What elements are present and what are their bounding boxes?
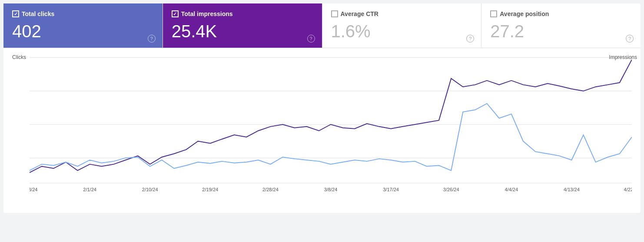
- metrics-row: Total clicks 402 ? Total impressions 25.…: [3, 3, 641, 48]
- help-icon-clicks[interactable]: ?: [148, 35, 156, 43]
- metric-total-clicks[interactable]: Total clicks 402 ?: [3, 3, 163, 48]
- svg-text:4/22/24: 4/22/24: [624, 187, 632, 193]
- metric-average-position[interactable]: Average position 27.2 ?: [481, 3, 641, 48]
- help-icon-impressions[interactable]: ?: [307, 35, 315, 43]
- value-average-position: 27.2: [490, 22, 632, 41]
- checkbox-average-position[interactable]: [490, 10, 497, 17]
- svg-text:2/19/24: 2/19/24: [202, 187, 218, 193]
- metric-average-ctr[interactable]: Average CTR 1.6% ?: [322, 3, 482, 48]
- label-average-ctr: Average CTR: [341, 10, 378, 17]
- chart-area: Clicks Impressions 24 16 8 0 750 500 250…: [3, 48, 641, 213]
- svg-text:2/28/24: 2/28/24: [262, 187, 279, 193]
- label-average-position: Average position: [500, 10, 549, 17]
- svg-text:3/8/24: 3/8/24: [324, 187, 338, 193]
- svg-text:2/10/24: 2/10/24: [142, 187, 158, 193]
- svg-text:2/1/24: 2/1/24: [83, 187, 96, 193]
- main-container: Total clicks 402 ? Total impressions 25.…: [3, 3, 641, 213]
- chart-svg: 24 16 8 0 750 500 250 0 1/23/24 2/1/24 2…: [30, 53, 632, 196]
- svg-text:3/17/24: 3/17/24: [383, 187, 399, 193]
- help-icon-position[interactable]: ?: [626, 35, 634, 43]
- svg-text:4/13/24: 4/13/24: [564, 187, 580, 193]
- checkbox-total-impressions[interactable]: [172, 10, 179, 17]
- right-axis-label: Impressions: [609, 54, 637, 60]
- label-total-impressions: Total impressions: [181, 10, 233, 17]
- svg-text:1/23/24: 1/23/24: [30, 187, 37, 193]
- help-icon-ctr[interactable]: ?: [466, 35, 474, 43]
- metric-total-impressions[interactable]: Total impressions 25.4K ?: [163, 3, 322, 48]
- label-total-clicks: Total clicks: [22, 10, 54, 17]
- svg-text:3/26/24: 3/26/24: [443, 187, 459, 193]
- svg-text:4/4/24: 4/4/24: [505, 187, 518, 193]
- value-total-clicks: 402: [12, 22, 154, 41]
- checkbox-average-ctr[interactable]: [331, 10, 338, 17]
- checkbox-total-clicks[interactable]: [12, 10, 19, 17]
- value-total-impressions: 25.4K: [172, 22, 313, 41]
- left-axis-label: Clicks: [12, 54, 26, 60]
- value-average-ctr: 1.6%: [331, 22, 473, 41]
